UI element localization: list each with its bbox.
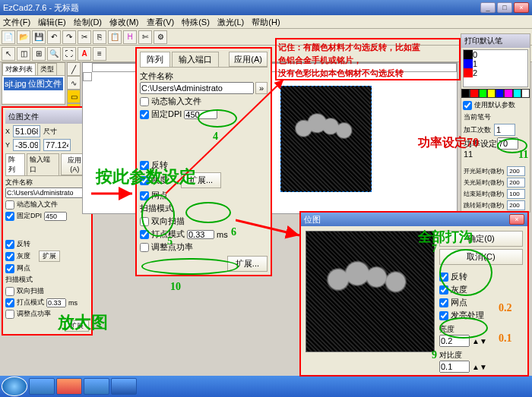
chk-dyn-c[interactable] bbox=[140, 97, 149, 106]
chk-invert-s[interactable] bbox=[5, 240, 14, 249]
chk-bright-b[interactable] bbox=[439, 311, 448, 320]
menu-modify[interactable]: 修改(M) bbox=[109, 15, 139, 28]
menu-special[interactable]: 特殊(S) bbox=[182, 15, 210, 28]
tb-align-icon[interactable]: ≡ bbox=[93, 47, 106, 61]
menu-help[interactable]: 帮助(H) bbox=[252, 15, 280, 28]
bitmap-close-icon[interactable]: × bbox=[509, 214, 524, 225]
task-ppt-icon[interactable] bbox=[56, 378, 82, 395]
red-note-box: 记住：有颜色材料才勾选反转，比如蓝 色铝合金手机或铭片， 没有色彩比如本色钢材不… bbox=[275, 38, 461, 80]
chk-bidir-c[interactable] bbox=[140, 217, 149, 226]
chk-default[interactable] bbox=[463, 101, 472, 110]
tb-h-icon[interactable]: H bbox=[123, 30, 137, 44]
object-list-panel: 对象列表 类型 sjt.jpg 位图文件 bbox=[2, 62, 65, 105]
tb-scissors-icon[interactable]: ✄ bbox=[138, 30, 152, 44]
taskbar bbox=[0, 376, 532, 397]
scanmode-label: 扫描模式 bbox=[140, 203, 268, 214]
tb-grid-icon[interactable]: ⊞ bbox=[32, 47, 46, 61]
menu-edit[interactable]: 编辑(E) bbox=[38, 15, 66, 28]
chk-dyn[interactable] bbox=[5, 200, 14, 210]
object-list[interactable]: sjt.jpg 位图文件 bbox=[2, 76, 65, 103]
dpi-c[interactable] bbox=[184, 110, 217, 119]
menu-draw[interactable]: 绘制(D) bbox=[74, 15, 102, 28]
list-item[interactable]: sjt.jpg 位图文件 bbox=[4, 77, 63, 90]
filename-c[interactable] bbox=[140, 82, 254, 94]
menu-file[interactable]: 文件(F) bbox=[3, 15, 30, 28]
chk-dotmode-s[interactable] bbox=[5, 298, 14, 307]
minimize-button[interactable]: _ bbox=[480, 2, 496, 13]
line-icon[interactable]: ╱ bbox=[67, 62, 81, 76]
tb-copy-icon[interactable]: ⎘ bbox=[93, 30, 106, 44]
window-controls: _ □ × bbox=[480, 2, 529, 13]
chk-bidir-s[interactable] bbox=[5, 287, 14, 296]
expand2-c[interactable]: 扩展... bbox=[227, 256, 268, 272]
chk-dot-b[interactable] bbox=[439, 298, 448, 307]
tb-save-icon[interactable]: 💾 bbox=[32, 30, 46, 44]
task-app-icon[interactable] bbox=[84, 378, 109, 395]
bitmap-titlebar: 位图 × bbox=[301, 213, 527, 226]
tb-node-icon[interactable]: ◫ bbox=[17, 47, 30, 61]
tab-name[interactable]: 对象列表 bbox=[2, 63, 36, 75]
pos-y[interactable] bbox=[13, 139, 40, 151]
contrast-input[interactable] bbox=[439, 361, 470, 373]
center-dialog: 阵列 输入端口 应用(A) 文件名称 » 动态输入文件 固定DPI 反转 灰度 … bbox=[135, 47, 272, 276]
chk-dot-s[interactable] bbox=[5, 264, 14, 273]
dotval-c[interactable] bbox=[187, 230, 214, 239]
task-word-icon[interactable] bbox=[111, 378, 137, 395]
bright-input[interactable] bbox=[439, 335, 470, 347]
tb-fit-icon[interactable]: ⛶ bbox=[62, 47, 76, 61]
tb-open-icon[interactable]: 📂 bbox=[17, 30, 30, 44]
filename-label: 文件名称 bbox=[5, 178, 89, 187]
tab-io[interactable]: 输入端口 bbox=[27, 153, 59, 175]
color-swatches[interactable] bbox=[461, 89, 530, 98]
apply-btn-c[interactable]: 应用(A) bbox=[229, 52, 268, 67]
maximize-button[interactable]: □ bbox=[497, 2, 512, 13]
browse-btn[interactable]: » bbox=[255, 82, 268, 94]
tb-cut-icon[interactable]: ✂ bbox=[78, 30, 91, 44]
expand-btn-c[interactable]: 扩展... bbox=[181, 172, 221, 188]
tb-arrow-icon[interactable]: ↖ bbox=[2, 47, 15, 61]
chk-invert-b[interactable] bbox=[439, 273, 448, 282]
tab-array-c[interactable]: 阵列 bbox=[140, 52, 170, 67]
chk-invert-c[interactable] bbox=[140, 161, 149, 170]
pen-list[interactable]: 0 1 2 bbox=[463, 49, 528, 87]
chk-dpi-c[interactable] bbox=[140, 110, 149, 119]
tab-type[interactable]: 类型 bbox=[37, 63, 57, 75]
chk-dpi[interactable] bbox=[5, 212, 14, 221]
tb-new-icon[interactable]: 📄 bbox=[2, 30, 15, 44]
chk-pow-s[interactable] bbox=[5, 310, 14, 319]
chk-gray-b[interactable] bbox=[439, 285, 448, 295]
chk-dot-c[interactable] bbox=[140, 191, 149, 200]
pos-x[interactable] bbox=[13, 125, 40, 137]
close-button[interactable]: × bbox=[514, 2, 529, 13]
menu-view[interactable]: 查看(V) bbox=[147, 15, 175, 28]
chk-dotmode-c[interactable] bbox=[140, 230, 149, 239]
main-titlebar: EzCad2.7.6 - 无标题 _ □ × bbox=[0, 0, 532, 15]
chk-gray-s[interactable] bbox=[5, 252, 14, 261]
expand2-btn-s[interactable]: 扩展 bbox=[65, 320, 89, 332]
tb-text-a-icon[interactable]: A bbox=[78, 47, 91, 61]
tb-tool-icon[interactable]: ⚙ bbox=[154, 30, 167, 44]
menu-laser[interactable]: 激光(L) bbox=[217, 15, 244, 28]
task-explorer-icon[interactable] bbox=[29, 378, 55, 395]
bitmap-dialog: 位图 × 确定(0) 取消(C) 反转 灰度 网点 发亮处理 亮度 ▲▼ 对比度… bbox=[299, 211, 529, 377]
tab-io-c[interactable]: 输入端口 bbox=[172, 52, 219, 67]
rect-icon[interactable]: ▭ bbox=[67, 90, 81, 103]
tb-paste-icon[interactable]: 📋 bbox=[108, 30, 122, 44]
tb-zoom-icon[interactable]: 🔍 bbox=[47, 47, 61, 61]
power-input[interactable] bbox=[497, 137, 518, 150]
start-button[interactable] bbox=[2, 377, 27, 396]
dpi-input[interactable] bbox=[44, 212, 67, 221]
note-text: 记住：有颜色材料才勾选反转，比如蓝 色铝合金手机或铭片， 没有色彩比如本色钢材不… bbox=[277, 39, 459, 81]
ok-btn[interactable]: 确定(0) bbox=[439, 231, 523, 247]
cancel-btn[interactable]: 取消(C) bbox=[439, 249, 523, 265]
tb-undo-icon[interactable]: ↶ bbox=[47, 30, 61, 44]
chk-pow-c[interactable] bbox=[140, 243, 149, 252]
tab-array[interactable]: 阵列 bbox=[5, 153, 25, 175]
ruler-v bbox=[83, 72, 92, 81]
tb-redo-icon[interactable]: ↷ bbox=[62, 30, 76, 44]
expand-btn-s[interactable]: 扩展 bbox=[39, 250, 60, 262]
canvas-image[interactable] bbox=[280, 86, 372, 192]
chk-gray-c[interactable] bbox=[140, 176, 149, 185]
curve-icon[interactable]: ∿ bbox=[67, 76, 81, 90]
filename-input[interactable] bbox=[5, 187, 89, 198]
